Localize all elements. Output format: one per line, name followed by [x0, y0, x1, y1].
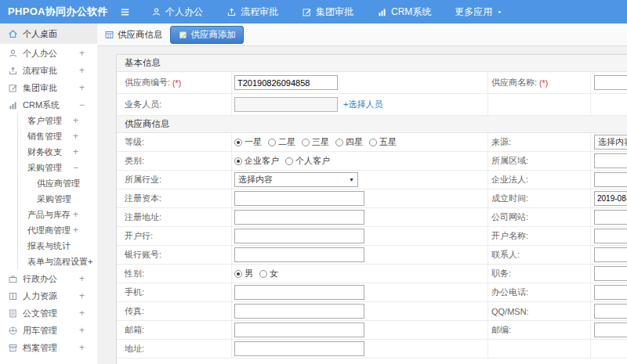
sidebar-item-label: 集团审批	[23, 82, 57, 94]
field-label-cell	[488, 340, 591, 358]
tab-supplier-add[interactable]: 供应商添加	[170, 26, 245, 44]
nav-workflow-approval[interactable]: 流程审批	[227, 5, 278, 19]
form-row: 类别:企业客户个人客户所属区域:	[117, 152, 627, 171]
sidebar-item-purchase-management[interactable]: 采购管理−	[17, 160, 97, 175]
sidebar-item-human-resources[interactable]: 人力资源+	[0, 288, 97, 304]
expand-icon[interactable]: +	[79, 308, 85, 319]
nav-group-approval[interactable]: 集团审批	[302, 5, 353, 19]
zipcode-input[interactable]	[594, 323, 627, 337]
collapse-icon[interactable]: −	[79, 99, 85, 110]
form-row: 手机:办公电话:	[117, 283, 627, 302]
radio-unchecked-icon	[369, 139, 377, 146]
star-level-radios-option[interactable]: 二星	[268, 136, 295, 148]
job-title-input[interactable]	[594, 266, 627, 281]
supplier-name-input[interactable]	[594, 75, 627, 90]
expand-icon[interactable]: +	[79, 48, 85, 59]
select-person-link[interactable]: +选择人员	[343, 99, 382, 110]
mobile-input[interactable]	[234, 285, 364, 300]
contact-person-input[interactable]	[594, 247, 627, 262]
radio-label: 四星	[346, 136, 363, 148]
sidebar-item-label: 采购管理	[37, 193, 71, 205]
radio-label: 女	[270, 268, 278, 279]
company-website-input[interactable]	[594, 210, 627, 225]
supplier-code-input[interactable]	[234, 75, 338, 90]
sidebar-item-finance-management[interactable]: 财务收支+	[17, 144, 97, 160]
office-phone-input[interactable]	[594, 285, 627, 300]
expand-icon[interactable]: +	[79, 273, 85, 284]
top-header: PHPOA协同办公软件 个人办公流程审批集团审批CRM系统更多应用	[0, 0, 627, 23]
tab-supplier-info[interactable]: 供应商信息	[104, 29, 163, 41]
business-staff-input[interactable]	[234, 97, 338, 112]
star-level-radios-option[interactable]: 三星	[302, 136, 329, 148]
sidebar-item-personal-office[interactable]: 个人办公+	[0, 45, 97, 61]
field-label-cell: 银行账号:	[117, 246, 232, 264]
expand-icon[interactable]: +	[79, 290, 85, 301]
expand-icon[interactable]: +	[73, 115, 78, 126]
bank-branch-input[interactable]	[234, 229, 364, 243]
registered-address-input[interactable]	[234, 210, 364, 225]
chart-icon	[377, 7, 387, 17]
expand-icon[interactable]: +	[73, 225, 78, 236]
sidebar-item-sales-management[interactable]: 销售管理+	[17, 128, 97, 144]
registered-capital-input[interactable]	[234, 191, 364, 206]
expand-icon[interactable]: +	[79, 325, 85, 336]
radio-label: 个人客户	[295, 155, 330, 167]
region-input[interactable]	[594, 153, 627, 168]
industry-select[interactable]: 选择内容▼	[234, 172, 358, 187]
email-input[interactable]	[234, 323, 364, 337]
account-name-input[interactable]	[594, 229, 627, 243]
sidebar-item-report-statistics[interactable]: 报表与统计	[17, 238, 97, 254]
category-radios-option[interactable]: 企业客户	[234, 155, 279, 167]
flow-icon	[227, 7, 237, 17]
sidebar-item-form-flow-settings[interactable]: 表单与流程设置+	[17, 254, 97, 269]
category-radios-option[interactable]: 个人客户	[285, 155, 330, 167]
sidebar-item-archive-management[interactable]: 档案管理+	[0, 340, 97, 355]
fax-input[interactable]	[234, 304, 364, 319]
sidebar-item-agent-management[interactable]: 代理商管理+	[17, 222, 97, 238]
form-section: 供应商信息等级:一星二星三星四星五星来源:选择内容类别:企业客户个人客户所属区域…	[117, 116, 627, 359]
sidebar-item-supplier-management[interactable]: 供应商管理	[17, 175, 97, 191]
qq-msn-input[interactable]	[594, 304, 627, 319]
briefcase-icon	[8, 274, 18, 284]
bank-account-input[interactable]	[234, 247, 364, 262]
source-select[interactable]: 选择内容	[594, 135, 627, 150]
expand-icon[interactable]: +	[79, 342, 85, 353]
sidebar-item-customer-management[interactable]: 客户管理+	[17, 113, 97, 128]
form-row: 开户行:开户名称:	[117, 227, 627, 246]
required-marker: (*)	[539, 78, 548, 88]
gender-radios-option[interactable]: 男	[234, 268, 253, 279]
nav-personal-office[interactable]: 个人办公	[151, 5, 203, 19]
sidebar-item-workflow-approval[interactable]: 流程审批+	[0, 63, 97, 78]
sidebar-item-product-inventory[interactable]: 产品与库存+	[17, 207, 97, 222]
field-label-cell: 来源:	[488, 133, 591, 151]
sidebar-item-document-management[interactable]: 公文管理+	[0, 305, 97, 321]
sidebar-item-desktop[interactable]: 个人桌面	[0, 23, 97, 44]
expand-icon[interactable]: +	[79, 82, 85, 93]
nav-crm-system[interactable]: CRM系统	[377, 5, 431, 19]
gender-radios-option[interactable]: 女	[259, 268, 278, 279]
sidebar-item-crm-system[interactable]: CRM系统−	[0, 97, 97, 113]
nav-more-apps[interactable]: 更多应用	[455, 5, 503, 19]
address-input[interactable]	[234, 341, 364, 356]
expand-icon[interactable]: +	[73, 209, 78, 220]
sidebar-item-vehicle-management[interactable]: 用车管理+	[0, 323, 97, 338]
form-row: 银行账号:联系人:	[117, 246, 627, 265]
field-label-cell: 邮箱:	[117, 321, 232, 339]
sidebar-item-group-approval[interactable]: 集团审批+	[0, 80, 97, 96]
founding-date-input[interactable]	[594, 191, 627, 206]
expand-icon[interactable]: +	[73, 131, 78, 142]
menu-toggle-button[interactable]	[119, 6, 131, 18]
field-label: 联系人:	[491, 249, 520, 261]
star-level-radios-option[interactable]: 四星	[335, 136, 363, 148]
sidebar-item-purchase-management-sub[interactable]: 采购管理	[17, 191, 97, 207]
radio-checked-icon	[234, 157, 242, 165]
collapse-icon[interactable]: −	[73, 162, 78, 173]
form-row: 等级:一星二星三星四星五星来源:选择内容	[117, 133, 627, 152]
legal-person-input[interactable]	[594, 172, 627, 187]
field-label: 注册资本:	[125, 193, 161, 204]
star-level-radios-option[interactable]: 五星	[369, 136, 397, 148]
sidebar-item-admin-office[interactable]: 行政办公+	[0, 271, 97, 287]
expand-icon[interactable]: +	[79, 65, 85, 76]
star-level-radios-option[interactable]: 一星	[234, 136, 262, 148]
expand-icon[interactable]: +	[73, 146, 78, 157]
